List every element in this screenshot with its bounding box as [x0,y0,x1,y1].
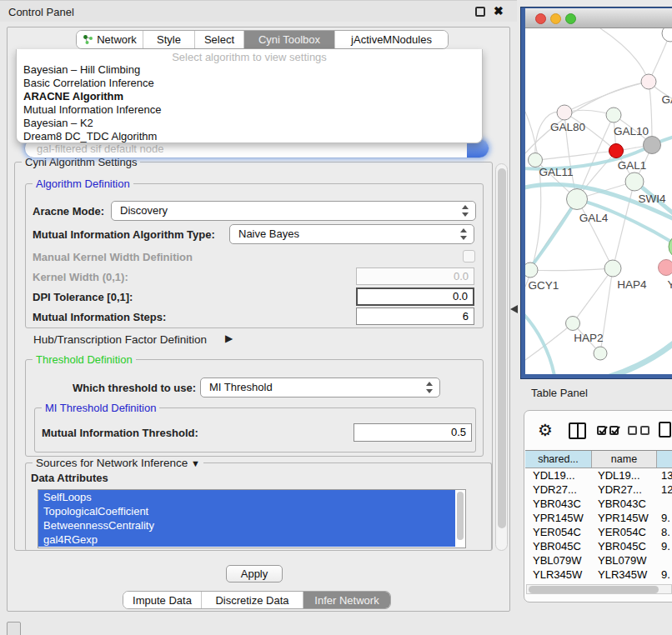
cell-shared: YPR145W [525,511,592,525]
node-hap2[interactable] [566,317,580,331]
checked-box-icon[interactable] [597,426,606,435]
node-gal11[interactable] [529,153,543,168]
unchecked-box-icon[interactable] [628,426,637,435]
table-hscrollbar-track[interactable] [526,584,672,594]
table-row[interactable]: YBL079WYBL079W [525,553,672,568]
node-label: GAL10 [614,125,649,138]
mi-threshold-group: MI Threshold Definition Mutual Informati… [34,408,476,452]
table-hscrollbar-thumb[interactable] [529,586,659,593]
combo-spinner-icon [459,228,467,240]
mi-steps-field[interactable]: 6 [356,308,474,325]
page-icon[interactable] [659,422,671,438]
which-threshold-select[interactable]: MI Threshold [200,378,440,398]
tab-jactivemnodules-label: jActiveMNodules [351,33,432,46]
node-gray[interactable] [644,137,661,154]
node-swi4[interactable] [625,172,644,191]
tab-jactivemnodules[interactable]: jActiveMNodules [335,31,448,48]
list-scrollbar-thumb[interactable] [457,492,464,540]
zoom-traffic-light-icon[interactable] [565,13,576,24]
node-gcy1[interactable] [525,262,538,278]
node-label: HAP2 [574,332,603,344]
close-traffic-light-icon[interactable] [535,13,546,24]
column-header-name[interactable]: name [592,451,657,468]
node-label: GCY1 [529,279,559,292]
aracne-mode-label: Aracne Mode: [33,205,104,218]
cell-shared: YDL19... [525,468,592,482]
table-body[interactable]: YDL19...YDL19...13 YDR27...YDR27...12 YB… [525,468,672,585]
dropdown-item[interactable]: Basic Correlation Inference [17,77,482,90]
node-gal10[interactable] [606,108,621,122]
tab-network-label: Network [97,33,137,46]
cell-name: YDL19... [592,468,657,482]
data-attributes-list[interactable]: SelfLoops TopologicalCoefficient Between… [38,489,466,548]
combo-spinner-icon [425,382,433,393]
tab-cyni-toolbox[interactable]: Cyni Toolbox [244,31,335,48]
node-label: HAP4 [617,278,647,291]
gear-icon[interactable]: ⚙ [538,420,553,440]
network-view-canvas[interactable]: GAL GAL80 GAL10 GAL1 GAL11 SWI4 GAL4 GCY… [525,28,672,374]
tab-discretize-data[interactable]: Discretize Data [202,592,303,608]
attribute-item[interactable]: BetweennessCentrality [38,518,455,532]
node-gal80[interactable] [557,105,572,120]
node-bottom[interactable] [594,347,607,360]
manual-kernel-checkbox[interactable] [463,250,475,262]
table-row[interactable]: YER054CYER054C8. [525,525,672,539]
apply-button[interactable]: Apply [226,565,283,582]
cell-value: 9. [657,511,672,525]
node-y-partial[interactable] [659,260,672,276]
tab-impute-data[interactable]: Impute Data [123,592,202,608]
kernel-width-field[interactable]: 0.0 [356,268,474,285]
collapse-right-icon[interactable]: ▶ [225,332,233,344]
tab-style[interactable]: Style [143,31,195,48]
dropdown-item[interactable]: Bayesian – Hill Climbing [17,63,482,77]
manual-kernel-label: Manual Kernel Width Definition [33,251,193,263]
settings-scrollbar-track[interactable] [495,163,508,551]
attribute-item[interactable]: SelfLoops [38,490,455,504]
cell-value [657,497,672,511]
table-row[interactable]: YPR145WYPR145W9. [525,511,672,525]
attribute-item[interactable]: gal4RGexp [38,532,455,547]
minimize-traffic-light-icon[interactable] [550,13,561,24]
network-window-titlebar[interactable] [525,8,672,28]
node-gal4[interactable] [567,189,588,210]
dropdown-item[interactable]: Mutual Information Inference [17,103,482,117]
dpi-tolerance-field[interactable]: 0.0 [356,288,474,306]
dropdown-item[interactable]: Bayesian – K2 [17,117,482,130]
node-hap4[interactable] [604,260,621,277]
hub-section-label[interactable]: Hub/Transcription Factor Definition [33,333,207,346]
settings-scrollbar-thumb[interactable] [498,168,506,528]
algorithm-definition-title: Algorithm Definition [33,178,133,190]
control-panel-title: Control Panel [8,6,74,18]
aracne-mode-select[interactable]: Discovery [111,201,476,221]
table-row[interactable]: YDL19...YDL19...13 [525,468,672,482]
tab-infer-network-label: Infer Network [314,594,379,607]
attribute-item[interactable]: TopologicalCoefficient [38,504,455,518]
split-columns-icon[interactable] [569,422,586,439]
close-icon[interactable]: ✖ [494,4,504,18]
tab-select[interactable]: Select [195,31,244,48]
mi-threshold-field[interactable]: 0.5 [354,423,472,442]
node-gal-partial[interactable] [641,74,656,89]
column-header-shared[interactable]: shared... [525,451,592,468]
table-row[interactable]: YBR045CYBR045C9. [525,539,672,553]
tab-network[interactable]: Network [77,31,143,48]
mi-type-select[interactable]: Naive Bayes [229,224,474,244]
panel-corner-icon[interactable] [7,622,21,635]
sources-title-wrap[interactable]: Sources for Network Inference ▼ [33,457,203,469]
dropdown-item[interactable]: Dream8 DC_TDC Algorithm [17,130,482,143]
column-header-partial[interactable] [657,451,672,468]
node-label: GAL4 [579,212,609,224]
table-row[interactable]: YDR27...YDR27...12 [525,482,672,497]
tab-infer-network[interactable]: Infer Network [303,592,390,608]
checked-box-icon[interactable] [609,426,619,435]
mi-steps-label: Mutual Information Steps: [33,311,166,323]
node-gal1-red[interactable] [609,144,624,158]
dropdown-item-selected[interactable]: ARACNE Algorithm [17,90,482,103]
node-partial-top[interactable] [662,28,672,42]
bottom-tabbar: Impute Data Discretize Data Infer Networ… [123,591,391,609]
threshold-definition-group: Threshold Definition Which threshold to … [25,359,484,457]
table-row[interactable]: YBR043CYBR043C [525,497,672,511]
table-row[interactable]: YLR345WYLR345W9. [525,568,672,582]
float-window-icon[interactable] [475,7,485,17]
unchecked-box-icon[interactable] [640,426,649,435]
